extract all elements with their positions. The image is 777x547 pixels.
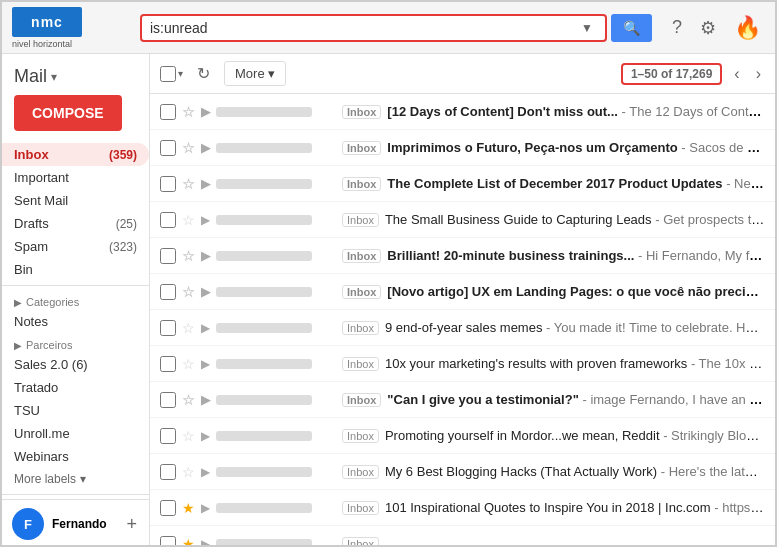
divider-2 — [2, 494, 149, 495]
row-checkbox[interactable] — [160, 140, 176, 156]
subject-area: The Complete List of December 2017 Produ… — [387, 176, 765, 191]
more-labels[interactable]: More labels ▾ — [2, 468, 149, 490]
email-tag: Inbox — [342, 213, 379, 227]
unroll-label: Unroll.me — [14, 426, 70, 441]
important-label: Important — [14, 170, 69, 185]
star-icon[interactable]: ☆ — [182, 212, 195, 228]
subject-area: The Small Business Guide to Capturing Le… — [385, 212, 765, 227]
categories-label: Categories — [26, 296, 79, 308]
row-checkbox[interactable] — [160, 320, 176, 336]
parceiros-arrow: ▶ — [14, 340, 22, 351]
sidebar-item-sent[interactable]: Sent Mail — [2, 189, 149, 212]
categories-header[interactable]: ▶ Categories — [2, 290, 149, 310]
email-snippet: - The 10x Marketing Formula — [691, 356, 765, 371]
search-button[interactable]: 🔍 — [611, 14, 652, 42]
subject-area: Imprimimos o Futuro, Peça-nos um Orçamen… — [387, 140, 765, 155]
star-icon[interactable]: ☆ — [182, 428, 195, 444]
email-tag: Inbox — [342, 321, 379, 335]
table-row[interactable]: ☆ ▶ Inbox "Can I give you a testimonial?… — [150, 382, 775, 418]
row-checkbox[interactable] — [160, 212, 176, 228]
table-row[interactable]: ★ ▶ Inbox 101 Inspirational Quotes to In… — [150, 490, 775, 526]
star-icon[interactable]: ★ — [182, 500, 195, 516]
sidebar-item-important[interactable]: Important — [2, 166, 149, 189]
sidebar-item-inbox[interactable]: Inbox (359) — [2, 143, 149, 166]
subject-area: [12 Days of Content] Don't miss out... -… — [387, 104, 765, 119]
table-row[interactable]: ☆ ▶ Inbox [Novo artigo] UX em Landing Pa… — [150, 274, 775, 310]
table-row[interactable]: ☆ ▶ Inbox 10x your marketing's results w… — [150, 346, 775, 382]
sender-block — [216, 177, 336, 191]
email-subject: 9 end-of-year sales memes — [385, 320, 543, 335]
star-icon[interactable]: ☆ — [182, 464, 195, 480]
divider-1 — [2, 285, 149, 286]
star-icon[interactable]: ☆ — [182, 284, 195, 300]
star-icon[interactable]: ☆ — [182, 176, 195, 192]
help-button[interactable]: ? — [668, 13, 686, 42]
email-rows: ☆ ▶ Inbox [12 Days of Content] Don't mis… — [150, 94, 775, 547]
next-page-button[interactable]: › — [752, 61, 765, 87]
subject-area: 101 Inspirational Quotes to Inspire You … — [385, 500, 765, 515]
row-checkbox[interactable] — [160, 104, 176, 120]
compose-button[interactable]: COMPOSE — [14, 95, 122, 131]
email-tag: Inbox — [342, 141, 381, 155]
webinars-label: Webinars — [14, 449, 69, 464]
table-row[interactable]: ★ ▶ Inbox — [150, 526, 775, 547]
row-arrow-icon: ▶ — [201, 501, 210, 515]
table-row[interactable]: ☆ ▶ Inbox The Complete List of December … — [150, 166, 775, 202]
table-row[interactable]: ☆ ▶ Inbox 9 end-of-year sales memes - Yo… — [150, 310, 775, 346]
sidebar-item-bin[interactable]: Bin — [2, 258, 149, 281]
subject-area: My 6 Best Blogging Hacks (That Actually … — [385, 464, 765, 479]
star-icon[interactable]: ★ — [182, 536, 195, 548]
sidebar-item-drafts[interactable]: Drafts (25) — [2, 212, 149, 235]
row-checkbox[interactable] — [160, 248, 176, 264]
table-row[interactable]: ☆ ▶ Inbox [12 Days of Content] Don't mis… — [150, 94, 775, 130]
star-icon[interactable]: ☆ — [182, 320, 195, 336]
email-snippet: - Get prospects to provide contact inf — [655, 212, 765, 227]
row-checkbox[interactable] — [160, 500, 176, 516]
star-icon[interactable]: ☆ — [182, 140, 195, 156]
add-account-button[interactable]: + — [124, 512, 139, 537]
star-icon[interactable]: ☆ — [182, 248, 195, 264]
star-icon[interactable]: ☆ — [182, 356, 195, 372]
hubspot-button[interactable]: 🔥 — [730, 11, 765, 45]
search-container: ▼ 🔍 — [140, 14, 652, 42]
row-checkbox[interactable] — [160, 464, 176, 480]
sidebar-item-sales[interactable]: Sales 2.0 (6) — [2, 353, 149, 376]
toolbar-check-wrap: ▾ — [160, 66, 183, 82]
parceiros-header[interactable]: ▶ Parceiros — [2, 333, 149, 353]
star-icon[interactable]: ☆ — [182, 392, 195, 408]
select-all-checkbox[interactable] — [160, 66, 176, 82]
email-subject: "Can I give you a testimonial?" — [387, 392, 578, 407]
row-checkbox[interactable] — [160, 284, 176, 300]
email-tag: Inbox — [342, 501, 379, 515]
sidebar-bottom: F Fernando + PS Pedro Silva sim, eu vou … — [2, 499, 149, 547]
row-checkbox[interactable] — [160, 392, 176, 408]
sidebar-item-tratado[interactable]: Tratado — [2, 376, 149, 399]
table-row[interactable]: ☆ ▶ Inbox My 6 Best Blogging Hacks (That… — [150, 454, 775, 490]
row-checkbox[interactable] — [160, 176, 176, 192]
star-icon[interactable]: ☆ — [182, 104, 195, 120]
inbox-badge: (359) — [109, 148, 137, 162]
table-row[interactable]: ☆ ▶ Inbox Brilliant! 20-minute business … — [150, 238, 775, 274]
row-checkbox[interactable] — [160, 536, 176, 548]
settings-button[interactable]: ⚙ — [696, 13, 720, 43]
more-button[interactable]: More ▾ — [224, 61, 286, 86]
sidebar-item-spam[interactable]: Spam (323) — [2, 235, 149, 258]
table-row[interactable]: ☆ ▶ Inbox Imprimimos o Futuro, Peça-nos … — [150, 130, 775, 166]
search-dropdown-button[interactable]: ▼ — [577, 21, 597, 35]
search-input-wrap: ▼ — [140, 14, 607, 42]
row-checkbox[interactable] — [160, 428, 176, 444]
sidebar-item-unroll[interactable]: Unroll.me — [2, 422, 149, 445]
prev-page-button[interactable]: ‹ — [730, 61, 743, 87]
table-row[interactable]: ☆ ▶ Inbox Promoting yourself in Mordor..… — [150, 418, 775, 454]
row-arrow-icon: ▶ — [201, 465, 210, 479]
user-item-fernando[interactable]: F Fernando + — [2, 500, 149, 547]
sidebar-item-webinars[interactable]: Webinars — [2, 445, 149, 468]
email-snippet: - Hi Fernando, My friend Cathy Demers wa… — [638, 248, 765, 263]
search-input[interactable] — [150, 20, 577, 36]
sidebar-item-notes[interactable]: Notes — [2, 310, 149, 333]
refresh-button[interactable]: ↻ — [191, 60, 216, 87]
table-row[interactable]: ☆ ▶ Inbox The Small Business Guide to Ca… — [150, 202, 775, 238]
select-dropdown-button[interactable]: ▾ — [178, 68, 183, 79]
sidebar-item-tsu[interactable]: TSU — [2, 399, 149, 422]
row-checkbox[interactable] — [160, 356, 176, 372]
